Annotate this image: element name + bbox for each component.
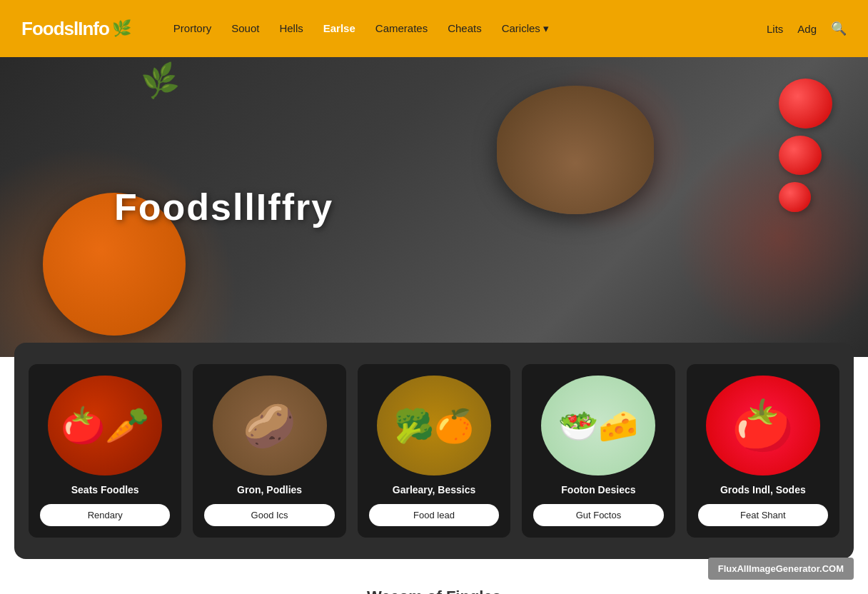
hero-tomatoes xyxy=(779,79,832,212)
category-name-3: Garleary, Bessics xyxy=(393,484,476,495)
tomato-large xyxy=(779,79,832,129)
category-card-5: Grods Indl, Sodes Feat Shant xyxy=(687,364,839,538)
hero-section: 🌿 FoodsllIffry xyxy=(0,57,868,357)
category-image-1 xyxy=(48,376,162,475)
category-name-1: Seats Foodles xyxy=(71,484,139,495)
categories-section: Seats Foodles Rendary Gron, Podlies Good… xyxy=(14,343,854,559)
site-logo[interactable]: FoodslInfo 🌿 xyxy=(21,18,131,40)
hero-title: FoodsllIffry xyxy=(114,186,333,228)
category-name-2: Gron, Podlies xyxy=(237,484,302,495)
category-name-4: Footon Desiecs xyxy=(561,484,635,495)
category-image-4 xyxy=(541,376,655,475)
category-card-3: Garleary, Bessics Food lead xyxy=(358,364,510,538)
category-btn-2[interactable]: Good Ics xyxy=(204,504,334,526)
nav-link-lits[interactable]: Lits xyxy=(767,23,783,35)
category-image-5 xyxy=(706,376,820,475)
category-btn-3[interactable]: Food lead xyxy=(369,504,499,526)
category-card-2: Gron, Podlies Good Ics xyxy=(193,364,345,538)
navbar-right: Lits Adg 🔍 xyxy=(767,21,847,36)
watermark: FluxAllImageGenerator.COM xyxy=(708,558,854,580)
nav-link-hells[interactable]: Hells xyxy=(279,22,303,35)
navbar: FoodslInfo 🌿 Prortory Souot Hells Earlse… xyxy=(0,0,868,57)
nav-link-camerates[interactable]: Camerates xyxy=(375,22,428,35)
nav-link-caricles[interactable]: Caricles ▾ xyxy=(502,22,549,35)
search-button[interactable]: 🔍 xyxy=(831,21,847,36)
nav-links: Prortory Souot Hells Earlse Camerates Ch… xyxy=(173,22,767,35)
welcome-title: Wecom of Fingles xyxy=(0,588,868,594)
logo-leaf-icon: 🌿 xyxy=(112,19,131,38)
categories-grid: Seats Foodles Rendary Gron, Podlies Good… xyxy=(29,364,839,538)
nav-link-cheats[interactable]: Cheats xyxy=(448,22,482,35)
nav-link-adg[interactable]: Adg xyxy=(797,23,817,35)
category-image-3 xyxy=(377,376,491,475)
category-card-4: Footon Desiecs Gut Foctos xyxy=(522,364,675,538)
nav-link-earlse[interactable]: Earlse xyxy=(323,22,355,35)
nav-link-souot[interactable]: Souot xyxy=(231,22,259,35)
nav-link-prortory[interactable]: Prortory xyxy=(173,22,211,35)
category-card-1: Seats Foodles Rendary xyxy=(29,364,181,538)
logo-text: FoodslInfo xyxy=(21,18,109,40)
category-btn-1[interactable]: Rendary xyxy=(40,504,170,526)
category-image-2 xyxy=(213,376,327,475)
tomato-medium xyxy=(779,136,822,175)
hero-food-bowl-right xyxy=(497,86,654,214)
tomato-small xyxy=(779,182,811,212)
category-btn-4[interactable]: Gut Foctos xyxy=(533,504,663,526)
category-name-5: Grods Indl, Sodes xyxy=(720,484,806,495)
category-btn-5[interactable]: Feat Shant xyxy=(698,504,828,526)
